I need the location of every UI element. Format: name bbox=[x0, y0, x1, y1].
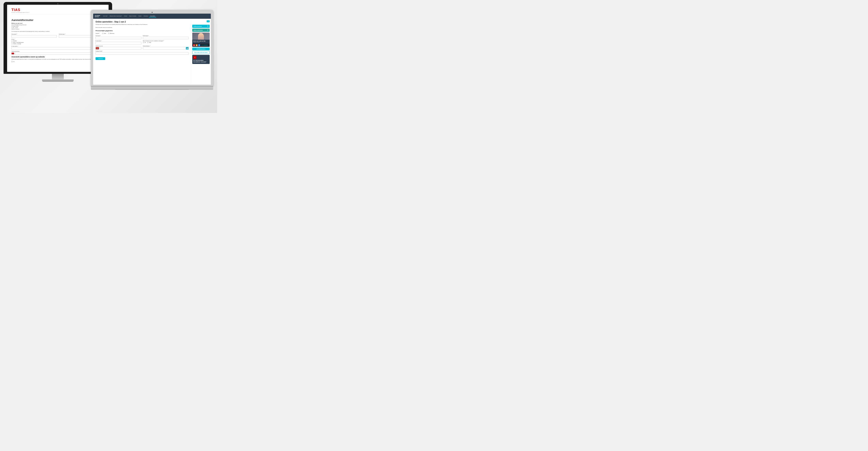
ik-ben-label: Ik ben * bbox=[11, 39, 104, 40]
sidebar-hi-badge: Hi bbox=[207, 20, 210, 22]
confirm-text: Je ontvangt een automatische bevestiging… bbox=[11, 31, 104, 32]
online-aanmelden-button[interactable]: Online aanmelden ✏ bbox=[192, 29, 210, 32]
incompany-title: DIT PROGRAMMA INCOMPANY VOLGEN? bbox=[193, 60, 209, 63]
phone-number: +31 13 466 86 14 bbox=[201, 45, 208, 46]
laptop-form-desc2: Met dit formulier start je je inschrijvi… bbox=[96, 27, 188, 28]
nav-item-data[interactable]: Data en locaties bbox=[128, 15, 137, 18]
calendar-icon[interactable]: 📅 bbox=[186, 47, 188, 50]
nav-item-aanmelden[interactable]: Aanmelden bbox=[149, 15, 156, 18]
lf-phone-input[interactable] bbox=[100, 47, 141, 50]
name-row: Voornaam * Achternaam * bbox=[11, 34, 104, 37]
linkedin-icon[interactable]: in bbox=[198, 44, 200, 46]
lf-phone-field: Telefoonnummer 🇳🇱 bbox=[96, 45, 141, 50]
event-name: Annual MScBA Spring Reunion bbox=[11, 24, 104, 26]
laptop-form-title: Online aanmelden - Stap 1 van 2 bbox=[96, 21, 188, 23]
laptop-content: OPLEIDING DETAILS. Voor wie? Waarom deze… bbox=[93, 13, 211, 85]
lf-achternaam-field: Achternaam * bbox=[143, 35, 189, 39]
advisor-card: Joylen van Looijk-van Dijk Program Advis… bbox=[192, 33, 210, 47]
laptop-form-desc1: Hartelijk dank voor je interesse in de o… bbox=[96, 24, 188, 25]
tias-logo: TIAS SCHOOL FOR BUSINESS AND SOCIETY bbox=[11, 8, 29, 13]
whatsapp-icon[interactable]: 💬 bbox=[196, 44, 197, 46]
nav-item-docenten[interactable]: Docenten bbox=[143, 15, 149, 18]
laptop-nav: OPLEIDING DETAILS. Voor wie? Waarom deze… bbox=[93, 13, 211, 19]
advisor-info: Joylen van Looijk-van Dijk Program Advis… bbox=[192, 40, 210, 44]
website-section-title: Overzicht aanmelders event op website bbox=[11, 56, 104, 58]
nav-logo: OPLEIDING DETAILS. bbox=[95, 15, 100, 18]
lf-voornaam-label: Voornaam * bbox=[96, 35, 141, 36]
phone-row: 🇳🇱 bbox=[11, 52, 104, 55]
lf-functie-field: Huidige functie * bbox=[96, 51, 188, 55]
lf-phone-label: Telefoonnummer bbox=[96, 45, 141, 46]
voornaam-input[interactable] bbox=[11, 35, 57, 37]
lf-date-input[interactable] bbox=[143, 47, 186, 50]
lf-functie-input[interactable] bbox=[96, 52, 188, 55]
lf-functie-label: Huidige functie * bbox=[96, 51, 188, 52]
lf-factuur-nee[interactable]: Nee bbox=[147, 42, 151, 43]
nav-item-kosten[interactable]: Kosten bbox=[137, 15, 143, 18]
form-header: TIAS SCHOOL FOR BUSINESS AND SOCIETY ⚙ T… bbox=[11, 8, 104, 14]
voornaam-field: Voornaam * bbox=[11, 34, 57, 37]
lf-email-input[interactable] bbox=[96, 42, 141, 44]
lf-achternaam-input[interactable] bbox=[143, 37, 189, 39]
lf-phone-input-row: 🇳🇱 bbox=[96, 47, 141, 50]
lf-date-field: Geboortedatum * 📅 bbox=[143, 45, 189, 50]
laptop-screen-outer: OPLEIDING DETAILS. Voor wie? Waarom deze… bbox=[91, 10, 213, 86]
advisor-contacts: ✉ 💬 in +31 13 466 86 14 bbox=[192, 44, 210, 47]
advisor-avatar bbox=[198, 33, 204, 40]
laptop-form-area: Online aanmelden - Stap 1 van 2 Hartelij… bbox=[93, 19, 191, 85]
lf-email-row: E-mail adres * Wil je de factuur op dit … bbox=[96, 40, 188, 44]
event-time: 11:30 - 22:00 bbox=[11, 27, 104, 28]
email-field: E-mail adres * bbox=[11, 45, 104, 50]
voornaam-label: Voornaam * bbox=[11, 34, 57, 35]
lf-factuur-ja[interactable]: Ja bbox=[143, 42, 146, 43]
monitor-camera bbox=[57, 3, 58, 4]
ik-ben-group: Ik ben * Student Alum / oud-deelnemer An… bbox=[11, 39, 104, 44]
advisor-role: Program Adviser bbox=[193, 42, 209, 43]
lf-date-label: Geboortedatum * bbox=[143, 45, 189, 46]
radio-anders[interactable]: Anders, namelijk bbox=[11, 43, 104, 44]
lf-voornaam-input[interactable] bbox=[96, 37, 141, 39]
website-section-desc: Vind je het goed dat we je naam, en even… bbox=[11, 59, 104, 60]
lf-factuur-label: Wil je de factuur op dit e-mailadres ont… bbox=[143, 40, 189, 41]
download-icon: ⬇ bbox=[207, 26, 209, 27]
lf-aanhef-label: Aanhef * bbox=[96, 33, 100, 34]
event-location: Utrecht Campus bbox=[11, 28, 104, 30]
lf-radio-heer[interactable]: Heer bbox=[102, 33, 106, 34]
laptop: OPLEIDING DETAILS. Voor wie? Waarom deze… bbox=[91, 10, 213, 90]
phone-label: Telefoonnummer bbox=[11, 51, 104, 52]
opleidingsadvies-button[interactable]: Opleidingsadvies bbox=[192, 47, 210, 50]
radio-alum[interactable]: Alum / oud-deelnemer bbox=[11, 42, 104, 43]
lf-voornaam-field: Voornaam * bbox=[96, 35, 141, 39]
email-icon[interactable]: ✉ bbox=[193, 44, 195, 46]
lf-date-row: 📅 bbox=[143, 47, 189, 50]
form-title: Aanmeldformulier bbox=[11, 19, 104, 22]
event-label: Meld je nu aan voor bbox=[11, 23, 104, 24]
online-brochure-button[interactable]: Online brochure ⬇ bbox=[192, 25, 210, 28]
checkbox-ja[interactable] bbox=[11, 61, 12, 62]
lf-phone-flag: 🇳🇱 bbox=[96, 47, 99, 50]
nav-item-waarom[interactable]: Waarom deze masterclass? bbox=[108, 15, 123, 18]
checkbox-ja-row: Ja bbox=[11, 61, 104, 62]
laptop-sidebar: Hi Online brochure ⬇ Online aanmelden ✏ bbox=[191, 19, 211, 85]
lf-aanhef-radios: Heer Mevrouw bbox=[102, 33, 114, 34]
lf-email-field: E-mail adres * bbox=[96, 40, 141, 44]
volgende-button[interactable]: Volgende bbox=[96, 57, 105, 60]
incompany-logo: T bbox=[193, 56, 196, 59]
advisor-name: Joylen van Looijk-van Dijk bbox=[193, 40, 209, 42]
event-date: 14 maart 2025 bbox=[11, 26, 104, 27]
lf-aanhef-row: Aanhef * Heer Mevrouw bbox=[96, 33, 188, 34]
email-input[interactable] bbox=[11, 47, 104, 50]
incompany-box: T DIT PROGRAMMA INCOMPANY VOLGEN? bbox=[192, 55, 210, 64]
advisor-photo bbox=[192, 33, 210, 40]
laptop-main: Online aanmelden - Stap 1 van 2 Hartelij… bbox=[93, 19, 211, 85]
radio-student[interactable]: Student bbox=[11, 40, 104, 41]
monitor-stand-neck bbox=[52, 74, 64, 79]
video-call-button[interactable]: Plan video-call met Jerien bbox=[192, 51, 210, 54]
lf-name-row: Voornaam * Achternaam * bbox=[96, 35, 188, 39]
nav-items: Voor wie? Waarom deze masterclass? Inhou… bbox=[102, 15, 209, 18]
lf-phone-date-row: Telefoonnummer 🇳🇱 Geboortedatum * bbox=[96, 45, 188, 50]
nav-item-voor-wie[interactable]: Voor wie? bbox=[102, 15, 108, 18]
nav-item-inhoud[interactable]: Inhoud bbox=[123, 15, 128, 18]
lf-radio-mevrouw[interactable]: Mevrouw bbox=[108, 33, 114, 34]
email-label: E-mail adres * bbox=[11, 45, 104, 47]
